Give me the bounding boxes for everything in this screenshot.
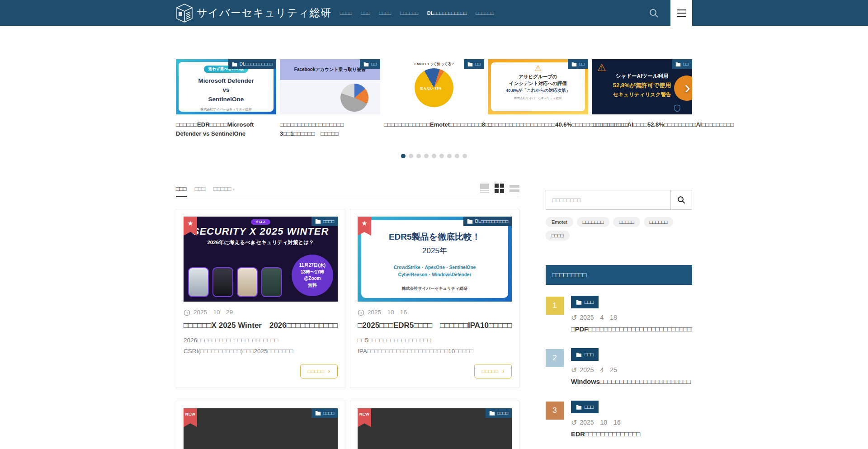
article-title[interactable]: □□□□□□X 2025 Winter 2026□□□□□□□□□□□□□□□□… [184,320,338,331]
sidebar-search-input[interactable] [546,190,671,210]
tab-sort-2[interactable]: □□□ [195,185,206,197]
view-toggle-list[interactable] [509,185,519,192]
slide-caption[interactable]: □□□□□□□□□□AI□□□□52.8%□□□□□□□□□AI□□□□□□□□… [592,120,692,129]
category-badge[interactable]: □□□ [571,348,599,361]
speaker-photo [261,267,282,297]
carousel-slide[interactable]: Facebookアカウント乗っ取り被害 □□ □□□□□□□□□□□□□□□□□… [280,59,380,138]
pagination-dot[interactable] [401,154,406,158]
slide-caption[interactable]: □□□□□□□□□□□□□□□□□□ 3□□1□□□□□□ □□□□□ [280,120,380,138]
article-image[interactable]: NEW □□□□ [358,408,512,449]
folder-icon [571,62,577,66]
tag-pill[interactable]: □□□□ [546,231,570,241]
folder-icon [675,62,681,66]
header-search-icon[interactable] [649,8,659,18]
category-badge[interactable]: DL□□□□□□□□□□ [463,217,512,226]
category-badge[interactable]: □□□□ [311,217,338,226]
folder-icon [576,405,582,410]
pagination-dot[interactable] [447,154,452,158]
clock-icon [358,309,364,316]
folder-icon [467,219,473,224]
category-badge[interactable]: □□□□ [486,408,512,418]
pagination-dot[interactable] [462,154,467,158]
tag-pill[interactable]: □□□□□□ [644,217,674,227]
category-badge[interactable]: □□□ [571,296,599,308]
nav-item-4[interactable]: □□□□□□ [400,10,418,16]
carousel-slide[interactable]: ⚠ アサヒグループの インシデント対応への評価 40.6%が「これからの対応次第… [488,59,588,138]
article-excerpt: □□5□□□□□□□□□□□□□□□□□ IPA□□□□□□□□□□□□□□□□… [358,335,512,356]
slide-caption[interactable]: □□□□□□□□□□□□□Emotet□□□□□□□□□8□□ [384,120,484,129]
pagination-dot[interactable] [424,154,429,158]
article-image[interactable]: クロス SECURITY X 2025 WINTER 2026年に考えるべきセキ… [184,217,338,302]
nav-item-contact[interactable]: □□□□□□ [476,10,494,16]
view-toggle-card[interactable] [480,184,489,193]
slide-image[interactable]: Facebookアカウント乗っ取り被害 □□ [280,59,380,114]
slide-caption[interactable]: □□□□□□□□□□□□□□□□□□□40.6%□□□□□□□□□□□□□□□□ [488,120,588,129]
pagination-dot[interactable] [439,154,444,158]
nav-item-1[interactable]: □□□□ [340,10,352,16]
tab-category-dropdown[interactable]: □□□□□▾ [213,185,235,197]
pagination-dot[interactable] [455,154,459,158]
tab-sort-1[interactable]: □□□ [176,185,187,197]
read-more-button[interactable]: □□□□□› [474,364,512,378]
category-badge[interactable]: □□ [568,59,588,69]
slide-image[interactable]: ⚠ アサヒグループの インシデント対応への評価 40.6%が「これからの対応次第… [488,59,588,114]
slide-caption[interactable]: □□□□□□EDR□□□□□Microsoft Defender vs Sent… [176,120,276,138]
warning-icon: ⚠ [597,62,606,74]
tag-pill[interactable]: □□□□□ [613,217,640,227]
category-badge[interactable]: □□□ [571,401,599,413]
sidebar: Emotet □□□□□□□ □□□□□ □□□□□□ □□□□ □□□□□□□… [546,184,692,449]
carousel-slide[interactable]: EMOTETって知ってる? 知らない 83% □□ □□□□□□□□□□□□□E… [384,59,484,138]
article-image[interactable]: EDR5製品を徹底比較！ 2025年 CrowdStrike・ApexOne・S… [358,217,512,302]
article-image[interactable]: NEW □□□□ [184,408,338,449]
slide-image[interactable]: EMOTETって知ってる? 知らない 83% □□ [384,59,484,114]
sidebar-search-button[interactable] [670,190,692,210]
carousel-slide[interactable]: ⚠ シャドーAIツール利用 52,8%が無許可で使用 セキュリティリスク警告 □… [592,59,692,138]
ranking-item-title[interactable]: Windows□□□□□□□□□□□□□□□□□□□□□□□ [571,378,692,385]
speaker-photo [237,267,258,297]
tag-pill[interactable]: □□□□□□□ [577,217,610,227]
category-badge[interactable]: □□ [464,59,484,69]
article-card: NEW □□□□ [176,401,345,449]
ranking-item: 3 □□□ ↺ 2025 10 16 EDR□□□□□□□□□□□□□□ [546,401,692,442]
view-toggle-grid[interactable] [495,184,504,193]
new-ribbon: NEW [358,408,371,427]
site-title[interactable]: サイバーセキュリティ総研 [197,6,332,20]
category-badge[interactable]: □□ [360,59,380,69]
ranking-item-title[interactable]: □PDF□□□□□□□□□□□□□□□□□□□□□□□□□□□□□□□ [571,326,692,333]
featured-carousel: 迷わず選べるEDR版 Microsoft Defender vs Sentine… [176,59,692,158]
pagination-dot[interactable] [416,154,421,158]
category-badge[interactable]: DL□□□□□□□□□□ [228,59,276,69]
carousel-slide[interactable]: 迷わず選べるEDR版 Microsoft Defender vs Sentine… [176,59,276,138]
menu-button[interactable] [670,0,692,26]
speaker-photo [212,267,233,297]
read-more-button[interactable]: □□□□□› [300,364,338,378]
article-date: 2025 10 29 [184,308,338,317]
category-badge[interactable]: □□ [672,59,692,69]
folder-icon [489,411,495,416]
chevron-right-icon: › [502,368,504,374]
rank-number: 3 [546,402,564,420]
category-badge[interactable]: □□□□ [311,408,338,418]
ranking-item: 1 □□□ ↺ 2025 4 18 □PDF□□□□□□□□□□□□□□□□□□… [546,296,692,337]
nav-item-3[interactable]: □□□□ [379,10,391,16]
pagination-dot[interactable] [432,154,436,158]
site-logo-icon [176,4,193,23]
tag-pill[interactable]: Emotet [546,217,573,227]
article-title[interactable]: □2025□□□EDR5□□□□ □□□□□□IPA10□□□□□□□ [358,320,512,331]
folder-icon [576,352,582,357]
folder-icon [232,62,237,66]
ranking-item-title[interactable]: EDR□□□□□□□□□□□□□□ [571,430,692,438]
nav-item-dl-content[interactable]: DL□□□□□□□□□□□ [427,10,467,16]
slide-image[interactable]: ⚠ シャドーAIツール利用 52,8%が無許可で使用 セキュリティリスク警告 □… [592,59,692,114]
ranking-title: □□□□□□□□□ [546,265,692,285]
pie-chart-graphic [340,84,368,112]
star-icon: ★ [358,217,371,230]
folder-icon [315,411,321,416]
nav-item-2[interactable]: □□□ [361,10,370,16]
shield-icon [674,104,680,112]
slide-image[interactable]: 迷わず選べるEDR版 Microsoft Defender vs Sentine… [176,59,276,114]
ranking-panel: □□□□□□□□□ 1 □□□ ↺ 2025 4 18 □PDF□□□□□□□□… [546,265,692,449]
carousel-next-button[interactable]: › [684,79,690,96]
pagination-dot[interactable] [409,154,413,158]
carousel-pagination [176,154,692,158]
